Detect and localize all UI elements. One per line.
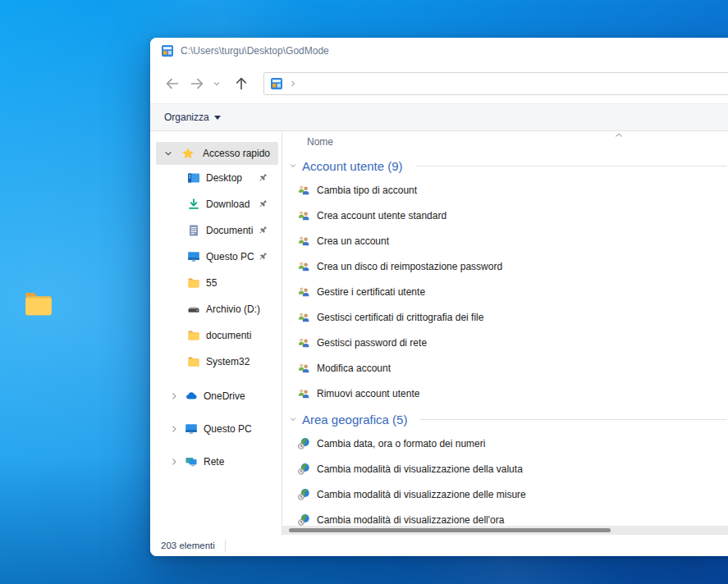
list-item-modifica-account[interactable]: Modifica account (282, 355, 728, 381)
group-header-label: Account utente (9) (302, 159, 403, 173)
control-panel-icon (270, 77, 283, 90)
recent-locations-button[interactable] (209, 71, 224, 96)
list-item-gestire-i-certificati-utente[interactable]: Gestire i certificati utente (282, 279, 728, 304)
list-item-cambia-tipo-di-account[interactable]: Cambia tipo di account (282, 177, 728, 203)
sort-ascending-icon (614, 131, 624, 140)
list-item-gestisci-certificati-di-crittografia-dei-file[interactable]: Gestisci certificati di crittografia dei… (282, 304, 728, 330)
up-button[interactable] (229, 71, 254, 96)
sidebar-item-rete[interactable]: Rete (156, 445, 282, 478)
back-button[interactable] (160, 71, 185, 96)
pin-icon (257, 251, 268, 262)
breadcrumb-chevron-icon[interactable] (289, 80, 297, 88)
region-clock-icon (297, 488, 310, 501)
sidebar-item-download[interactable]: Download (156, 191, 282, 217)
list-item-gestisci-password-di-rete[interactable]: Gestisci password di rete (282, 330, 728, 355)
list-item-label: Crea un account (317, 235, 389, 247)
window-body: Accesso rapido DesktopDownloadDocumentiQ… (150, 131, 728, 535)
forward-button[interactable] (185, 71, 209, 96)
column-header-name[interactable]: Nome (282, 131, 728, 153)
network-icon (185, 455, 198, 468)
list-item-label: Cambia modalità di visualizzazione dell'… (317, 514, 504, 526)
file-list-pane: Nome Account utente (9)Cambia tipo di ac… (282, 131, 728, 535)
region-clock-icon (297, 437, 310, 450)
sidebar-item-accesso-rapido[interactable]: Accesso rapido (156, 142, 278, 165)
folder-icon (187, 355, 200, 368)
user-accounts-icon (297, 387, 310, 400)
sidebar-item-label: Rete (204, 456, 224, 468)
chevron-down-icon (212, 79, 222, 89)
list-item-label: Cambia modalità di visualizzazione della… (317, 463, 523, 475)
sidebar-item-55[interactable]: 55 (156, 270, 282, 296)
back-icon (164, 75, 181, 92)
command-bar: Organizza (150, 103, 728, 131)
list-item-label: Gestisci certificati di crittografia dei… (317, 312, 483, 323)
user-accounts-icon (297, 235, 310, 248)
list-item-crea-un-disco-di-reimpostazione-password[interactable]: Crea un disco di reimpostazione password (282, 253, 728, 279)
chevron-right-icon[interactable] (169, 424, 179, 434)
list-item-cambia-modalit-di-visualizzazione-della-valuta[interactable]: Cambia modalità di visualizzazione della… (282, 456, 728, 481)
sidebar-item-documenti[interactable]: documenti (156, 322, 282, 349)
list-item-label: Cambia modalità di visualizzazione delle… (317, 489, 526, 500)
sidebar-item-label: OneDrive (204, 390, 245, 402)
user-accounts-icon (297, 336, 310, 349)
sidebar-item-desktop[interactable]: Desktop (156, 165, 282, 191)
monitor-icon (187, 250, 200, 263)
list-item-rimuovi-account-utente[interactable]: Rimuovi account utente (282, 381, 728, 406)
sidebar-item-label: Accesso rapido (203, 148, 270, 159)
chevron-down-icon[interactable] (163, 148, 173, 158)
region-clock-icon (297, 463, 310, 476)
sidebar-item-label: Questo PC (204, 423, 252, 435)
horizontal-scrollbar[interactable] (282, 526, 728, 535)
sidebar-item-label: Archivio (D:) (206, 303, 260, 315)
navigation-pane: Accesso rapido DesktopDownloadDocumentiQ… (150, 131, 282, 535)
title-bar[interactable]: C:\Users\turgu\Desktop\GodMode (150, 38, 728, 64)
tree-root-items: OneDriveQuesto PCRete (150, 380, 282, 478)
sidebar-item-archivio-d[interactable]: Archivio (D:) (156, 296, 282, 322)
sidebar-item-label: Documenti (206, 225, 253, 236)
list-item-crea-account-utente-standard[interactable]: Crea account utente standard (282, 203, 728, 228)
sidebar-item-questo-pc[interactable]: Questo PC (156, 244, 282, 270)
list-item-label: Gestire i certificati utente (317, 286, 425, 298)
quick-access-items: DesktopDownloadDocumentiQuesto PC55Archi… (150, 165, 282, 375)
chevron-right-icon[interactable] (169, 457, 179, 467)
chevron-down-icon (214, 116, 221, 120)
list-item-cambia-modalit-di-visualizzazione-delle-misure[interactable]: Cambia modalità di visualizzazione delle… (282, 481, 728, 507)
chevron-right-icon[interactable] (169, 391, 179, 401)
sidebar-item-onedrive[interactable]: OneDrive (156, 380, 282, 413)
list-item-label: Gestisci password di rete (317, 337, 427, 349)
folder-icon (187, 329, 200, 342)
group-header-area-geografica[interactable]: Area geografica (5) (282, 408, 728, 431)
onedrive-icon (185, 390, 198, 403)
list-item-label: Crea un disco di reimpostazione password (317, 261, 502, 272)
list-item-label: Rimuovi account utente (317, 388, 419, 399)
list-item-crea-un-account[interactable]: Crea un account (282, 228, 728, 253)
pin-icon (257, 198, 268, 210)
status-separator (225, 540, 226, 552)
sidebar-item-system32[interactable]: System32 (156, 349, 282, 375)
address-bar[interactable] (263, 72, 728, 95)
group-header-account-utente[interactable]: Account utente (9) (282, 154, 728, 177)
user-accounts-icon (297, 362, 310, 375)
horizontal-scrollbar-thumb[interactable] (289, 528, 611, 532)
control-panel-icon (161, 44, 174, 57)
sidebar-item-documenti[interactable]: Documenti (156, 217, 282, 244)
group-chevron-icon (289, 162, 297, 170)
sidebar-item-questo-pc[interactable]: Questo PC (156, 413, 282, 445)
status-bar: 203 elementi (150, 535, 728, 556)
desktop-icon (187, 171, 200, 185)
monitor-icon (185, 422, 198, 436)
column-header-label: Nome (307, 136, 333, 148)
user-accounts-icon (297, 184, 310, 197)
organize-menu-button[interactable]: Organizza (164, 112, 209, 123)
sidebar-item-label: Desktop (206, 172, 242, 184)
user-accounts-icon (297, 285, 310, 299)
user-accounts-icon (297, 209, 310, 222)
forward-icon (189, 75, 205, 92)
desktop-folder-icon[interactable] (20, 288, 57, 320)
list-item-cambia-data-ora-o-formato-dei-numeri[interactable]: Cambia data, ora o formato dei numeri (282, 431, 728, 456)
item-groups: Account utente (9)Cambia tipo di account… (282, 154, 728, 532)
download-icon (187, 198, 200, 211)
user-accounts-icon (297, 311, 310, 324)
sidebar-item-label: System32 (206, 356, 250, 367)
pin-icon (257, 172, 268, 184)
